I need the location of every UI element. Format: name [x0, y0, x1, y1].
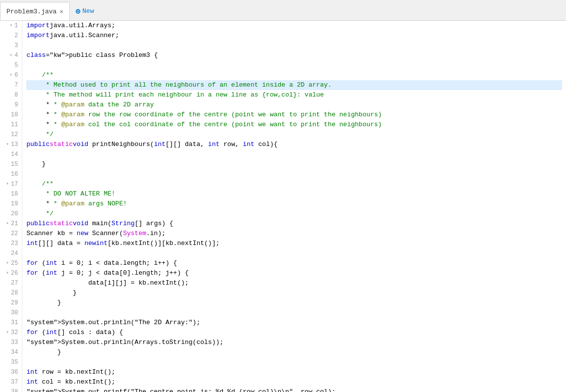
line-number-2: 2 — [4, 31, 18, 41]
code-line-36: int row = kb.nextInt(); — [26, 367, 562, 377]
code-line-2: import java.util.Scanner; — [26, 31, 562, 41]
code-line-9: * * @param data the 2D array — [26, 100, 562, 110]
code-line-14 — [26, 149, 562, 159]
code-line-31: "system">System.out.println("The 2D Arra… — [26, 318, 562, 328]
line-number-30: 30 — [4, 308, 18, 318]
code-line-11: * * @param col the col coordinate of the… — [26, 120, 562, 130]
line-number-31: 31 — [4, 318, 18, 328]
line-number-17: ▾17 — [4, 179, 18, 189]
code-line-3 — [26, 41, 562, 50]
fold-arrow-4[interactable]: ▾ — [9, 50, 12, 60]
line-number-18: 18 — [4, 189, 18, 199]
editor-container: Problem3.java ✕ ⊕ New ▾123▾45▾6789101112… — [0, 0, 566, 392]
code-line-24 — [26, 248, 562, 258]
code-line-20: */ — [26, 209, 562, 219]
line-number-6: ▾6 — [4, 70, 18, 80]
line-number-16: 16 — [4, 169, 18, 179]
line-number-26: ▾26 — [4, 268, 18, 278]
line-number-21: ▾21 — [4, 219, 18, 229]
line-number-11: 11 — [4, 120, 18, 130]
line-number-23: 23 — [4, 239, 18, 248]
code-line-23: int[][] data = new int[kb.nextInt()][kb.… — [26, 239, 562, 248]
fold-arrow-26[interactable]: ▾ — [6, 268, 9, 278]
code-line-25: for (int i = 0; i < data.length; i++) { — [26, 258, 562, 268]
code-line-26: for (int j = 0; j < data[0].length; j++)… — [26, 268, 562, 278]
code-line-4: class="kw">public class Problem3 { — [26, 50, 562, 60]
line-number-25: ▾25 — [4, 258, 18, 268]
tab-problem3[interactable]: Problem3.java ✕ — [0, 2, 70, 20]
code-line-30 — [26, 308, 562, 318]
fold-arrow-17[interactable]: ▾ — [6, 179, 9, 189]
code-line-8: * The method will print each neighbour i… — [26, 90, 562, 100]
fold-arrow-21[interactable]: ▾ — [6, 219, 9, 229]
code-line-32: for (int[] cols : data) { — [26, 328, 562, 338]
code-line-35 — [26, 357, 562, 367]
code-line-27: data[i][j] = kb.nextInt(); — [26, 278, 562, 288]
code-line-37: int col = kb.nextInt(); — [26, 377, 562, 387]
code-line-5 — [26, 60, 562, 70]
line-number-7: 7 — [4, 80, 18, 90]
code-line-33: "system">System.out.println(Arrays.toStr… — [26, 338, 562, 347]
tab-new[interactable]: ⊕ New — [70, 2, 109, 20]
code-line-7: * Method used to print all the neighbour… — [26, 80, 562, 90]
line-number-32: ▾32 — [4, 328, 18, 338]
line-number-9: 9 — [4, 100, 18, 110]
line-number-1: ▾1 — [4, 21, 18, 31]
line-number-19: 19 — [4, 199, 18, 209]
code-line-34: } — [26, 347, 562, 357]
fold-arrow-6[interactable]: ▾ — [9, 70, 12, 80]
line-number-12: 12 — [4, 130, 18, 140]
code-line-19: * * @param args NOPE! — [26, 199, 562, 209]
code-area: ▾123▾45▾6789101112▾13141516▾17181920▾212… — [0, 21, 566, 392]
line-number-10: 10 — [4, 110, 18, 120]
tab-problem3-close[interactable]: ✕ — [59, 8, 63, 15]
code-content[interactable]: import java.util.Arrays;import java.util… — [22, 21, 566, 392]
fold-arrow-13[interactable]: ▾ — [6, 140, 9, 149]
line-number-33: 33 — [4, 338, 18, 347]
line-number-20: 20 — [4, 209, 18, 219]
line-number-27: 27 — [4, 278, 18, 288]
line-number-8: 8 — [4, 90, 18, 100]
code-line-18: * DO NOT ALTER ME! — [26, 189, 562, 199]
line-number-24: 24 — [4, 248, 18, 258]
line-number-15: 15 — [4, 159, 18, 169]
line-number-36: 36 — [4, 367, 18, 377]
code-line-22: Scanner kb = new Scanner(System.in); — [26, 229, 562, 239]
line-number-4: ▾4 — [4, 50, 18, 60]
code-line-17: /** — [26, 179, 562, 189]
line-number-28: 28 — [4, 288, 18, 298]
code-line-10: * * @param row the row coordinate of the… — [26, 110, 562, 120]
line-numbers: ▾123▾45▾6789101112▾13141516▾17181920▾212… — [0, 21, 22, 392]
tab-bar: Problem3.java ✕ ⊕ New — [0, 0, 566, 21]
fold-arrow-25[interactable]: ▾ — [6, 258, 9, 268]
code-line-12: */ — [26, 130, 562, 140]
code-line-1: import java.util.Arrays; — [26, 21, 562, 31]
line-number-29: 29 — [4, 298, 18, 308]
line-number-38: 38 — [4, 387, 18, 392]
line-number-34: 34 — [4, 347, 18, 357]
code-line-6: /** — [26, 70, 562, 80]
code-line-16 — [26, 169, 562, 179]
tab-problem3-label: Problem3.java — [6, 8, 56, 15]
fold-arrow-1[interactable]: ▾ — [9, 21, 12, 31]
fold-arrow-32[interactable]: ▾ — [6, 328, 9, 338]
plus-icon: ⊕ — [76, 6, 81, 16]
code-line-29: } — [26, 298, 562, 308]
line-number-3: 3 — [4, 41, 18, 50]
code-line-21: public static void main(String[] args) { — [26, 219, 562, 229]
line-number-37: 37 — [4, 377, 18, 387]
line-number-14: 14 — [4, 149, 18, 159]
code-line-13: public static void printNeighbours(int[]… — [26, 140, 562, 149]
line-number-35: 35 — [4, 357, 18, 367]
code-line-15: } — [26, 159, 562, 169]
line-number-13: ▾13 — [4, 140, 18, 149]
line-number-5: 5 — [4, 60, 18, 70]
code-line-28: } — [26, 288, 562, 298]
code-line-38: "system">System.out.printf("The centre p… — [26, 387, 562, 392]
line-number-22: 22 — [4, 229, 18, 239]
tab-new-label: New — [82, 7, 94, 15]
